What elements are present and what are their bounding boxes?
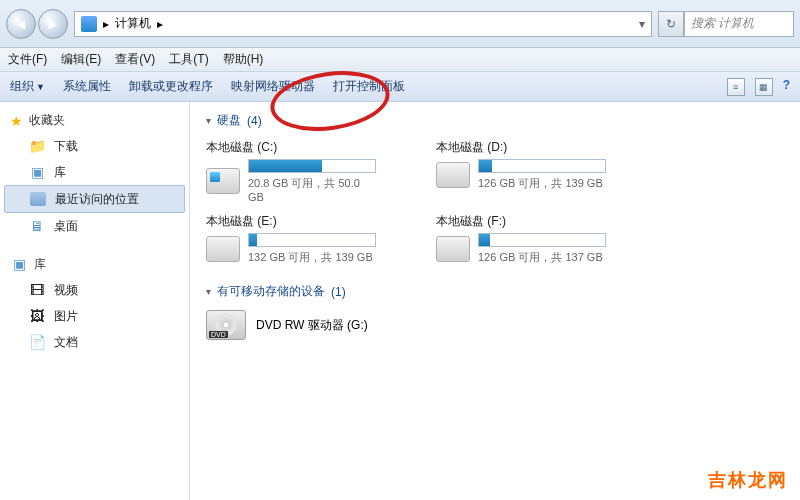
usage-bar <box>478 233 606 247</box>
forward-button[interactable]: ► <box>38 9 68 39</box>
drive-item[interactable]: 本地磁盘 (F:) 126 GB 可用，共 137 GB <box>436 213 606 265</box>
hdd-section-header[interactable]: ▾ 硬盘 (4) <box>206 112 784 129</box>
dvd-icon: DVD <box>206 310 246 340</box>
hdd-icon <box>436 236 470 262</box>
address-location: 计算机 <box>115 15 151 32</box>
view-mode-button[interactable]: ≡ <box>727 78 745 96</box>
drive-info: 126 GB 可用，共 139 GB <box>478 176 606 191</box>
video-icon: 🎞 <box>28 281 46 299</box>
nav-buttons: ◄ ► <box>6 9 68 39</box>
sidebar-item-documents[interactable]: 📄 文档 <box>0 329 189 355</box>
navigation-pane: ★ 收藏夹 📁 下载 ▣ 库 最近访问的位置 🖥 桌面 ▣ <box>0 102 190 500</box>
hdd-icon <box>206 168 240 194</box>
sidebar-item-libraries[interactable]: ▣ 库 <box>0 159 189 185</box>
command-bar: 组织 ▼ 系统属性 卸载或更改程序 映射网络驱动器 打开控制面板 ≡ ▦ ? <box>0 72 800 102</box>
drive-info: 20.8 GB 可用，共 50.0 GB <box>248 176 376 203</box>
dvd-name: DVD RW 驱动器 (G:) <box>256 317 368 334</box>
search-input[interactable]: 搜索 计算机 <box>684 11 794 37</box>
preview-pane-button[interactable]: ▦ <box>755 78 773 96</box>
organize-button[interactable]: 组织 ▼ <box>10 78 45 95</box>
toolbar-control-panel[interactable]: 打开控制面板 <box>333 78 405 95</box>
usage-bar <box>248 159 376 173</box>
removable-section-header[interactable]: ▾ 有可移动存储的设备 (1) <box>206 283 784 300</box>
favorites-header[interactable]: ★ 收藏夹 <box>0 108 189 133</box>
star-icon: ★ <box>10 113 23 129</box>
address-dropdown-icon[interactable]: ▾ <box>639 17 645 31</box>
chevron-down-icon: ▼ <box>36 82 45 92</box>
search-placeholder: 搜索 计算机 <box>691 15 754 32</box>
toolbar-uninstall[interactable]: 卸载或更改程序 <box>129 78 213 95</box>
menu-tools[interactable]: 工具(T) <box>169 51 208 68</box>
hdd-icon <box>206 236 240 262</box>
recent-icon <box>29 190 47 208</box>
drive-info: 126 GB 可用，共 137 GB <box>478 250 606 265</box>
sidebar-item-pictures[interactable]: 🖼 图片 <box>0 303 189 329</box>
menu-edit[interactable]: 编辑(E) <box>61 51 101 68</box>
sidebar-item-videos[interactable]: 🎞 视频 <box>0 277 189 303</box>
collapse-icon: ▾ <box>206 115 211 126</box>
address-sep: ▸ <box>103 17 109 31</box>
drive-item[interactable]: 本地磁盘 (C:) 20.8 GB 可用，共 50.0 GB <box>206 139 376 203</box>
computer-icon <box>81 16 97 32</box>
menu-view[interactable]: 查看(V) <box>115 51 155 68</box>
address-bar[interactable]: ▸ 计算机 ▸ ▾ <box>74 11 652 37</box>
back-button[interactable]: ◄ <box>6 9 36 39</box>
address-sep-2: ▸ <box>157 17 163 31</box>
folder-icon: 📁 <box>28 137 46 155</box>
menu-bar: 文件(F) 编辑(E) 查看(V) 工具(T) 帮助(H) <box>0 48 800 72</box>
desktop-icon: 🖥 <box>28 217 46 235</box>
refresh-button[interactable]: ↻ <box>658 11 684 37</box>
content-pane: ▾ 硬盘 (4) 本地磁盘 (C:) 20.8 GB 可用，共 50.0 GB … <box>190 102 800 500</box>
menu-file[interactable]: 文件(F) <box>8 51 47 68</box>
hdd-icon <box>436 162 470 188</box>
title-bar: ◄ ► ▸ 计算机 ▸ ▾ ↻ 搜索 计算机 <box>0 0 800 48</box>
sidebar-item-recent[interactable]: 最近访问的位置 <box>4 185 185 213</box>
watermark: 吉林龙网 <box>708 468 788 492</box>
picture-icon: 🖼 <box>28 307 46 325</box>
toolbar-system-properties[interactable]: 系统属性 <box>63 78 111 95</box>
document-icon: 📄 <box>28 333 46 351</box>
drive-item[interactable]: 本地磁盘 (D:) 126 GB 可用，共 139 GB <box>436 139 606 203</box>
libraries-header[interactable]: ▣ 库 <box>0 251 189 277</box>
library-icon: ▣ <box>10 255 28 273</box>
dvd-drive[interactable]: DVD DVD RW 驱动器 (G:) <box>206 310 784 340</box>
drive-name: 本地磁盘 (F:) <box>436 213 606 230</box>
menu-help[interactable]: 帮助(H) <box>223 51 264 68</box>
drive-name: 本地磁盘 (E:) <box>206 213 376 230</box>
drive-info: 132 GB 可用，共 139 GB <box>248 250 376 265</box>
collapse-icon: ▾ <box>206 286 211 297</box>
help-icon[interactable]: ? <box>783 78 790 96</box>
usage-bar <box>478 159 606 173</box>
sidebar-item-desktop[interactable]: 🖥 桌面 <box>0 213 189 239</box>
library-icon: ▣ <box>28 163 46 181</box>
sidebar-item-downloads[interactable]: 📁 下载 <box>0 133 189 159</box>
drive-name: 本地磁盘 (C:) <box>206 139 376 156</box>
usage-bar <box>248 233 376 247</box>
drive-item[interactable]: 本地磁盘 (E:) 132 GB 可用，共 139 GB <box>206 213 376 265</box>
toolbar-map-drive[interactable]: 映射网络驱动器 <box>231 78 315 95</box>
drive-name: 本地磁盘 (D:) <box>436 139 606 156</box>
